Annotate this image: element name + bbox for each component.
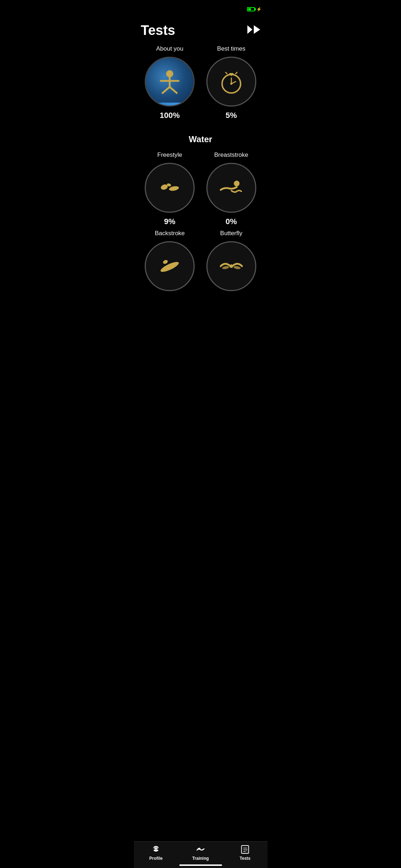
charging-icon: ⚡ <box>256 7 262 12</box>
freestyle-label: Freestyle <box>157 151 182 159</box>
fast-forward-button[interactable] <box>247 25 260 36</box>
breaststroke-item[interactable]: Breaststroke 0% <box>202 151 261 226</box>
best-times-label: Best times <box>217 45 245 52</box>
page-header: Tests <box>134 16 267 42</box>
svg-point-2 <box>166 70 173 77</box>
svg-marker-1 <box>254 25 260 34</box>
breaststroke-percentage: 0% <box>226 217 237 226</box>
status-bar: ⚡ <box>134 0 267 16</box>
svg-point-23 <box>233 265 241 269</box>
about-you-fill-bar <box>146 103 194 105</box>
best-times-item[interactable]: Best times 5% <box>202 45 261 120</box>
svg-point-19 <box>159 260 180 274</box>
best-times-percentage: 5% <box>226 111 237 120</box>
svg-point-20 <box>163 259 169 265</box>
svg-point-22 <box>222 265 229 269</box>
water-section: Freestyle 9% Breaststroke <box>134 148 267 299</box>
butterfly-circle <box>206 241 256 291</box>
breaststroke-label: Breaststroke <box>214 151 248 159</box>
battery-icon: ⚡ <box>247 7 262 12</box>
about-you-percentage: 100% <box>160 111 180 120</box>
butterfly-label: Butterfly <box>220 230 242 237</box>
best-times-fill-bar <box>207 103 210 105</box>
page-title: Tests <box>141 23 175 38</box>
svg-line-14 <box>236 72 237 74</box>
best-times-circle <box>206 57 256 107</box>
about-you-item[interactable]: About you 100% <box>141 45 199 120</box>
backstroke-item[interactable]: Backstroke <box>141 230 199 295</box>
top-section: About you 100% Best times <box>134 42 267 124</box>
svg-marker-0 <box>247 25 252 34</box>
freestyle-item[interactable]: Freestyle 9% <box>141 151 199 226</box>
freestyle-fill-bar <box>146 209 150 212</box>
water-section-title: Water <box>134 124 267 148</box>
backstroke-label: Backstroke <box>155 230 185 237</box>
backstroke-circle <box>145 241 195 291</box>
about-you-label: About you <box>156 45 184 52</box>
svg-line-13 <box>226 72 227 74</box>
svg-point-16 <box>169 186 179 192</box>
breaststroke-circle <box>206 163 256 213</box>
svg-line-6 <box>170 87 177 93</box>
freestyle-circle <box>145 163 195 213</box>
svg-point-21 <box>230 264 233 268</box>
svg-line-5 <box>163 87 170 93</box>
butterfly-item[interactable]: Butterfly <box>202 230 261 295</box>
about-you-circle <box>145 57 195 107</box>
freestyle-percentage: 9% <box>164 217 175 226</box>
svg-point-12 <box>230 83 232 85</box>
svg-point-18 <box>234 181 240 186</box>
